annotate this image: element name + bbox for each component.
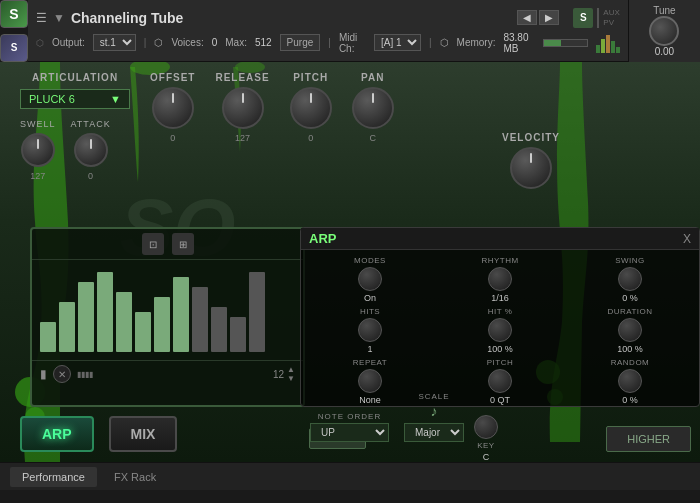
- swing-label: SWING: [615, 256, 645, 265]
- attack-knob[interactable]: [74, 133, 108, 167]
- seq-bar-4[interactable]: [97, 272, 113, 352]
- key-knob[interactable]: [474, 415, 498, 439]
- arp-controls: MODES On RHYTHM 1/16 SWING 0 % HITS 1: [301, 250, 699, 411]
- note-order-section: NOTE ORDER UP DOWN RANDOM SCALE ♪ Major …: [310, 392, 464, 442]
- output-select[interactable]: st.1: [93, 34, 136, 51]
- seq-bar-10[interactable]: [211, 307, 227, 352]
- pan-section: PAN C: [352, 72, 394, 143]
- attack-value: 0: [88, 171, 93, 181]
- nav-prev-button[interactable]: ◀: [517, 10, 537, 25]
- seq-bar-11[interactable]: [230, 317, 246, 352]
- scale-select[interactable]: Major Minor: [404, 423, 464, 442]
- s-icon-1[interactable]: S: [573, 8, 593, 28]
- offset-label: OFFSET: [150, 72, 195, 83]
- hits-knob[interactable]: [358, 318, 382, 342]
- memory-value: 83.80 MB: [503, 32, 535, 54]
- offset-knob[interactable]: [152, 87, 194, 129]
- seq-bar-2[interactable]: [59, 302, 75, 352]
- note-order-select[interactable]: UP DOWN RANDOM: [310, 423, 389, 442]
- tab-fx-rack[interactable]: FX Rack: [102, 467, 168, 487]
- app-logo: S: [0, 0, 28, 28]
- hit-pct-knob[interactable]: [488, 318, 512, 342]
- swell-knob[interactable]: [21, 133, 55, 167]
- scale-control: SCALE ♪ Major Minor: [404, 392, 464, 442]
- seq-bar-5[interactable]: [116, 292, 132, 352]
- seq-bar-3[interactable]: [78, 282, 94, 352]
- max-value: 512: [255, 37, 272, 48]
- release-value: 127: [235, 133, 250, 143]
- key-value: C: [483, 452, 490, 462]
- arp-pitch-label: PITCH: [487, 358, 514, 367]
- meter-bar-5: [616, 47, 620, 53]
- seq-delete-btn[interactable]: ✕: [53, 365, 71, 383]
- triangle-icon: ▼: [53, 11, 65, 25]
- steps-up-icon[interactable]: ▲: [287, 366, 295, 374]
- seq-bar-6[interactable]: [135, 312, 151, 352]
- modes-label: MODES: [354, 256, 386, 265]
- hit-pct-label: HIT %: [488, 307, 513, 316]
- logo-area: S S: [0, 0, 28, 62]
- output-label: Output:: [52, 37, 85, 48]
- articulation-label: ARTICULATION: [20, 72, 130, 83]
- steps-down-icon[interactable]: ▼: [287, 375, 295, 383]
- midi-select[interactable]: [A] 1: [374, 34, 421, 51]
- pitch-main-value: 0: [308, 133, 313, 143]
- modes-knob[interactable]: [358, 267, 382, 291]
- memory-fill: [544, 40, 561, 46]
- velocity-knob[interactable]: [510, 147, 552, 189]
- arp-panel: ARP X MODES On RHYTHM 1/16 SWING 0 %: [300, 227, 700, 407]
- tab-performance[interactable]: Performance: [10, 467, 97, 487]
- seq-bar-12[interactable]: [249, 272, 265, 352]
- arp-button[interactable]: ARP: [20, 416, 94, 452]
- seq-bar-1[interactable]: [40, 322, 56, 352]
- top-controls: ARTICULATION PLUCK 6 ▼ SWELL 127 ATTACK …: [20, 72, 570, 181]
- pan-label: PAN: [361, 72, 384, 83]
- nav-next-button[interactable]: ▶: [539, 10, 559, 25]
- midi-label-text: Midi Ch:: [339, 32, 366, 54]
- tune-knob[interactable]: [649, 16, 679, 46]
- menu-icon[interactable]: ☰: [36, 11, 47, 25]
- seq-bar-9[interactable]: [192, 287, 208, 352]
- steps-arrows[interactable]: ▲ ▼: [287, 366, 295, 383]
- attack-group: ATTACK 0: [71, 119, 111, 181]
- note-order-label: NOTE ORDER: [318, 412, 381, 421]
- random-knob[interactable]: [618, 369, 642, 393]
- mix-button[interactable]: MIX: [109, 416, 178, 452]
- articulation-dropdown[interactable]: PLUCK 6 ▼: [20, 89, 130, 109]
- release-knob[interactable]: [222, 87, 264, 129]
- duration-knob[interactable]: [618, 318, 642, 342]
- sep1: |: [144, 37, 147, 48]
- seq-bar-8[interactable]: [173, 277, 189, 352]
- dropdown-arrow-icon: ▼: [110, 93, 121, 105]
- arp-close-button[interactable]: X: [683, 232, 691, 246]
- random-value: 0 %: [622, 395, 638, 405]
- seq-bar-7[interactable]: [154, 297, 170, 352]
- pan-knob[interactable]: [352, 87, 394, 129]
- seq-icon-2[interactable]: ⊞: [172, 233, 194, 255]
- swing-control: SWING 0 %: [567, 256, 693, 303]
- duration-label: DURATION: [607, 307, 652, 316]
- instrument-title-row: ☰ ▼ Channeling Tube ◀ ▶ S AUX PV: [36, 8, 620, 28]
- info-row: ⬡ Output: st.1 | ⬡ Voices: 0 Max: 512 Pu…: [36, 32, 620, 54]
- random-control: RANDOM 0 %: [567, 358, 693, 405]
- pan-value: C: [369, 133, 376, 143]
- sequencer-panel: ⊡ ⊞ ▮ ✕ ▮▮▮▮ 12 ▲ ▼: [30, 227, 305, 407]
- swing-knob[interactable]: [618, 267, 642, 291]
- rhythm-label: RHYTHM: [481, 256, 518, 265]
- repeat-knob[interactable]: [358, 369, 382, 393]
- swell-attack-row: SWELL 127 ATTACK 0: [20, 119, 130, 181]
- steps-value: 12: [273, 369, 284, 380]
- secondary-logo: S: [0, 34, 28, 62]
- purge-button[interactable]: Purge: [280, 34, 321, 51]
- seq-icon-1[interactable]: ⊡: [142, 233, 164, 255]
- pitch-knob[interactable]: [290, 87, 332, 129]
- top-bar: S S ☰ ▼ Channeling Tube ◀ ▶ S AUX PV: [0, 0, 700, 62]
- arp-pitch-knob[interactable]: [488, 369, 512, 393]
- higher-button[interactable]: HIGHER: [606, 426, 691, 452]
- scale-label: SCALE: [418, 392, 449, 401]
- articulation-section: ARTICULATION PLUCK 6 ▼ SWELL 127 ATTACK …: [20, 72, 130, 181]
- output-icon: ⬡: [36, 38, 44, 48]
- rhythm-knob[interactable]: [488, 267, 512, 291]
- memory-icon: ⬡: [440, 37, 449, 48]
- main-area: SO ARTICULATION PLUCK 6 ▼ SWELL 127 ATTA…: [0, 62, 700, 462]
